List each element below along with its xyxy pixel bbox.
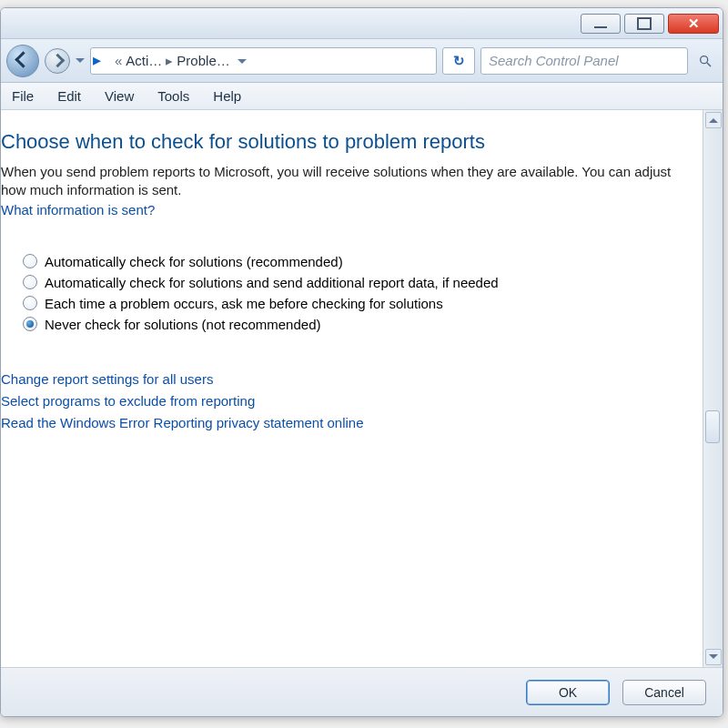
arrow-left-icon <box>17 53 29 68</box>
menu-file[interactable]: File <box>8 86 37 106</box>
cancel-button[interactable]: Cancel <box>622 680 706 705</box>
menu-tools[interactable]: Tools <box>154 86 193 106</box>
link-exclude-programs[interactable]: Select programs to exclude from reportin… <box>1 390 690 412</box>
close-button[interactable]: ✕ <box>668 14 719 34</box>
search-icon <box>693 54 717 68</box>
page-heading: Choose when to check for solutions to pr… <box>1 130 690 154</box>
search-placeholder: Search Control Panel <box>489 53 680 68</box>
arrow-right-icon <box>53 53 63 68</box>
window-titlebar: ✕ <box>1 8 723 39</box>
page-description: When you send problem reports to Microso… <box>1 163 690 200</box>
radio-ask-me[interactable] <box>23 296 37 310</box>
link-change-all-users[interactable]: Change report settings for all users <box>1 369 690 390</box>
bottom-links: Change report settings for all users Sel… <box>1 369 690 434</box>
radio-ask-me-label: Each time a problem occurs, ask me befor… <box>45 296 443 311</box>
options-group: Automatically check for solutions (recom… <box>23 254 690 332</box>
radio-auto-check[interactable] <box>23 254 37 268</box>
nav-forward-button[interactable] <box>45 48 70 74</box>
radio-auto-check-label: Automatically check for solutions (recom… <box>45 254 343 269</box>
breadcrumb-item-action[interactable]: Acti… <box>126 53 162 68</box>
breadcrumb-bar[interactable]: « Acti… ▸ Proble… <box>90 47 437 75</box>
scrollbar[interactable] <box>703 110 723 667</box>
dialog-button-row: OK Cancel <box>1 667 723 716</box>
link-privacy-statement[interactable]: Read the Windows Error Reporting privacy… <box>1 412 690 434</box>
menu-bar: File Edit View Tools Help <box>1 83 723 110</box>
radio-never-check-label: Never check for solutions (not recommend… <box>45 317 320 332</box>
breadcrumb-dropdown[interactable] <box>234 53 247 68</box>
menu-edit[interactable]: Edit <box>54 86 85 106</box>
breadcrumb-chevron-icon: ▸ <box>166 53 173 69</box>
flag-icon <box>95 55 111 67</box>
nav-history-dropdown[interactable] <box>76 55 85 67</box>
breadcrumb-item-problem[interactable]: Proble… <box>177 53 229 68</box>
scroll-up-button[interactable] <box>705 112 722 128</box>
menu-view[interactable]: View <box>101 86 137 106</box>
content-area: Choose when to check for solutions to pr… <box>1 110 723 667</box>
ok-button[interactable]: OK <box>526 680 610 705</box>
svg-line-1 <box>707 63 711 66</box>
refresh-icon: ↻ <box>453 53 465 69</box>
scroll-down-button[interactable] <box>705 649 722 665</box>
maximize-button[interactable] <box>624 14 664 34</box>
radio-auto-check-send-label: Automatically check for solutions and se… <box>45 275 499 290</box>
address-bar-row: « Acti… ▸ Proble… ↻ Search Control Panel <box>1 39 723 83</box>
breadcrumb-separator: « <box>115 53 122 68</box>
scroll-thumb[interactable] <box>705 410 720 443</box>
nav-back-button[interactable] <box>6 45 39 77</box>
search-input[interactable]: Search Control Panel <box>480 47 688 75</box>
refresh-button[interactable]: ↻ <box>442 47 475 75</box>
radio-never-check[interactable] <box>23 317 37 331</box>
menu-help[interactable]: Help <box>209 86 245 106</box>
main-panel: Choose when to check for solutions to pr… <box>1 110 703 667</box>
minimize-button[interactable] <box>581 14 621 34</box>
what-info-link[interactable]: What information is sent? <box>1 202 690 217</box>
control-panel-window: ✕ « Acti… ▸ Proble… ↻ Search Control Pan… <box>0 7 723 717</box>
radio-auto-check-send[interactable] <box>23 275 37 289</box>
svg-point-0 <box>701 56 708 63</box>
